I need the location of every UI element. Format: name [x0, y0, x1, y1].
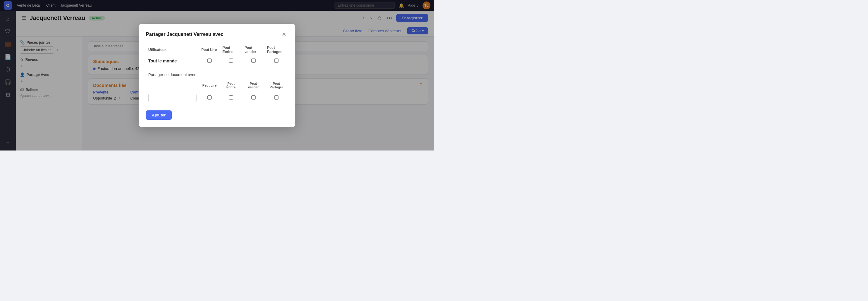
share-ecrire-checkbox[interactable]	[229, 95, 233, 99]
table-row-share-headers: Peut Lire Peut Écrire Peut valider Peut …	[146, 79, 288, 91]
share-valider-cell	[242, 91, 265, 104]
tout-monde-valider-checkbox[interactable]	[251, 59, 255, 63]
tout-monde-ecrire-cell	[220, 56, 242, 68]
tout-monde-partager-cell	[265, 56, 288, 68]
tout-monde-partager-checkbox[interactable]	[274, 59, 278, 63]
share-partager-cell	[265, 91, 288, 104]
share-ecrire-cell	[220, 91, 242, 104]
table-row-tout-monde: Tout le monde	[146, 56, 288, 68]
table-row-share-input	[146, 91, 288, 104]
col-header-peut-lire: Peut Lire	[199, 44, 220, 56]
tout-monde-lire-checkbox[interactable]	[207, 59, 212, 63]
share-lire-cell	[199, 91, 220, 104]
tout-monde-cell: Tout le monde	[146, 56, 199, 68]
modal-footer: Ajouter	[146, 110, 288, 120]
share-with-headers-label	[146, 79, 199, 91]
col-header-peut-ecrire: Peut Écrire	[220, 44, 242, 56]
col-header-utilisateur: Utilisateur	[146, 44, 199, 56]
modal-header: Partager Jacquenett Verreau avec ✕	[146, 31, 288, 38]
table-header-row: Utilisateur Peut Lire Peut Écrire Peut v…	[146, 44, 288, 56]
share-lire-checkbox[interactable]	[207, 95, 212, 99]
share-modal: Partager Jacquenett Verreau avec ✕ Utili…	[138, 24, 296, 127]
share-section-label: Partager ce document avec	[146, 68, 288, 79]
tout-monde-ecrire-checkbox[interactable]	[229, 59, 233, 63]
share-col-lire: Peut Lire	[199, 79, 220, 91]
modal-overlay[interactable]: Partager Jacquenett Verreau avec ✕ Utili…	[0, 0, 434, 150]
modal-title: Partager Jacquenett Verreau avec	[146, 32, 223, 37]
share-input-cell	[146, 91, 199, 104]
col-header-peut-valider: Peut valider	[242, 44, 265, 56]
share-col-partager: Peut Partager	[265, 79, 288, 91]
share-valider-checkbox[interactable]	[251, 95, 255, 99]
modal-close-button[interactable]: ✕	[280, 31, 288, 38]
tout-monde-lire-cell	[199, 56, 220, 68]
share-table: Utilisateur Peut Lire Peut Écrire Peut v…	[146, 44, 288, 104]
table-row-share-header: Partager ce document avec	[146, 68, 288, 79]
col-header-peut-partager: Peut Partager	[265, 44, 288, 56]
tout-monde-label: Tout le monde	[148, 59, 177, 63]
share-user-input[interactable]	[148, 94, 196, 102]
ajouter-button[interactable]: Ajouter	[146, 110, 172, 120]
share-col-ecrire: Peut Écrire	[220, 79, 242, 91]
share-partager-checkbox[interactable]	[274, 95, 278, 99]
share-col-valider: Peut valider	[242, 79, 265, 91]
tout-monde-valider-cell	[242, 56, 265, 68]
